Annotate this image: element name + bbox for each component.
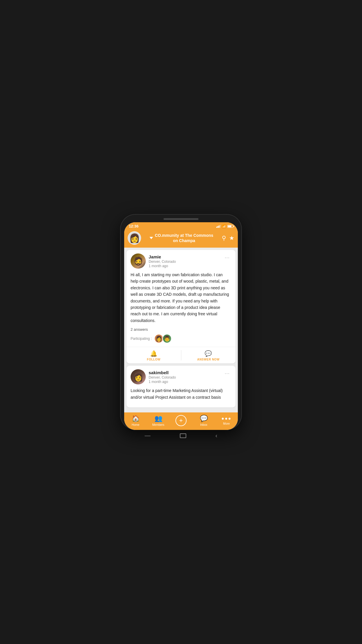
post-user-info-2: 👩 sakimbell Denver, Colorado 1 month ago	[131, 369, 176, 384]
search-icon[interactable]: ⚲	[222, 235, 226, 242]
phone-screen: 12:36 📶 CO.mmunity at The Commons on Cha…	[124, 222, 238, 430]
community-dropdown[interactable]: CO.mmunity at The Commons on Champa	[143, 233, 219, 243]
battery-icon	[227, 225, 233, 228]
post-answers-1: 2 answers	[131, 327, 231, 332]
feed-content: 🧔 Jamie Denver, Colorado 1 month ago … H…	[124, 248, 238, 412]
participants-label-1: Participating :	[131, 337, 152, 341]
post-text-1: Hi all, I am starting my own fabrication…	[131, 272, 231, 324]
post-actions-1: 🔔 FOLLOW 💬 ANSWER NOW	[126, 347, 236, 363]
members-label: Members	[152, 423, 164, 426]
post-header-2: 👩 sakimbell Denver, Colorado 1 month ago…	[131, 369, 231, 384]
phone-notch	[164, 218, 198, 220]
participant-avatar-2[interactable]: 👨	[162, 334, 172, 343]
post-username-1: Jamie	[149, 254, 176, 259]
nav-item-members[interactable]: 👥 Members	[147, 415, 170, 426]
dropdown-arrow-icon	[150, 237, 153, 239]
follow-icon: 🔔	[150, 350, 157, 357]
community-name: CO.mmunity at The Commons on Champa	[155, 233, 213, 243]
post-time-1: 1 month ago	[149, 264, 176, 268]
phone-shell: 12:36 📶 CO.mmunity at The Commons on Cha…	[121, 215, 241, 429]
participant-avatar-1[interactable]: 👩	[154, 334, 164, 343]
post-username-2: sakimbell	[149, 370, 176, 375]
post-participants-1: Participating : 👩 👨	[131, 334, 231, 343]
post-meta-jamie: Jamie Denver, Colorado 1 month ago	[149, 254, 176, 268]
home-icon: 🏠	[132, 415, 140, 422]
participant-avatars-1: 👩 👨	[154, 334, 172, 343]
inbox-icon: 💬	[200, 415, 208, 422]
header-title-area[interactable]: CO.mmunity at The Commons on Champa	[143, 233, 219, 243]
home-label: Home	[132, 423, 140, 426]
app-header: CO.mmunity at The Commons on Champa ⚲ ★	[124, 230, 238, 248]
nav-item-inbox[interactable]: 💬 Inbox	[192, 415, 215, 426]
avatar-jamie-image: 🧔	[131, 253, 146, 269]
more-icon: ●●●	[222, 416, 232, 421]
bottom-nav: 🏠 Home 👥 Members + 💬 Inbox ●●● More	[124, 412, 238, 430]
post-card-1: 🧔 Jamie Denver, Colorado 1 month ago … H…	[126, 250, 236, 363]
header-actions: ⚲ ★	[222, 235, 234, 242]
members-icon: 👥	[154, 415, 162, 422]
post-meta-saki: sakimbell Denver, Colorado 1 month ago	[149, 370, 176, 384]
signal-bars-icon	[216, 225, 221, 228]
nav-item-home[interactable]: 🏠 Home	[124, 415, 147, 426]
post-more-button-1[interactable]: …	[223, 253, 231, 260]
post-card-2: 👩 sakimbell Denver, Colorado 1 month ago…	[126, 366, 236, 407]
nav-item-more[interactable]: ●●● More	[215, 416, 238, 425]
status-bar: 12:36 📶	[124, 222, 238, 230]
answer-icon: 💬	[205, 350, 212, 357]
post-location-1: Denver, Colorado	[149, 260, 176, 264]
post-more-button-2[interactable]: …	[223, 369, 231, 375]
avatar-saki-image: 👩	[131, 369, 146, 384]
post-body-2: 👩 sakimbell Denver, Colorado 1 month ago…	[126, 366, 236, 407]
post-body-1: 🧔 Jamie Denver, Colorado 1 month ago … H…	[126, 250, 236, 347]
post-user-info-1: 🧔 Jamie Denver, Colorado 1 month ago	[131, 253, 176, 269]
wifi-icon: 📶	[222, 224, 226, 228]
status-time: 12:36	[129, 224, 138, 228]
post-text-2: Looking for a part-time Marketing Assist…	[131, 387, 231, 400]
add-icon: +	[179, 417, 183, 424]
answer-now-button-1[interactable]: 💬 ANSWER NOW	[181, 347, 236, 363]
post-avatar-saki[interactable]: 👩	[131, 369, 146, 384]
post-location-2: Denver, Colorado	[149, 375, 176, 379]
follow-button-1[interactable]: 🔔 FOLLOW	[126, 347, 181, 363]
favorite-icon[interactable]: ★	[229, 235, 234, 242]
post-header-1: 🧔 Jamie Denver, Colorado 1 month ago …	[131, 253, 231, 269]
status-icons: 📶	[216, 224, 233, 228]
post-time-2: 1 month ago	[149, 380, 176, 384]
inbox-label: Inbox	[200, 423, 207, 426]
phone-bottom-bar: — ‹	[124, 430, 238, 440]
add-button[interactable]: +	[175, 415, 187, 426]
community-avatar-image	[128, 232, 140, 244]
nav-item-add[interactable]: +	[170, 415, 192, 426]
home-hardware-button[interactable]	[180, 433, 186, 438]
post-avatar-jamie[interactable]: 🧔	[131, 253, 146, 269]
more-label: More	[223, 422, 230, 425]
community-avatar[interactable]	[128, 231, 141, 245]
answer-label-1: ANSWER NOW	[197, 358, 219, 361]
follow-label-1: FOLLOW	[147, 358, 160, 361]
